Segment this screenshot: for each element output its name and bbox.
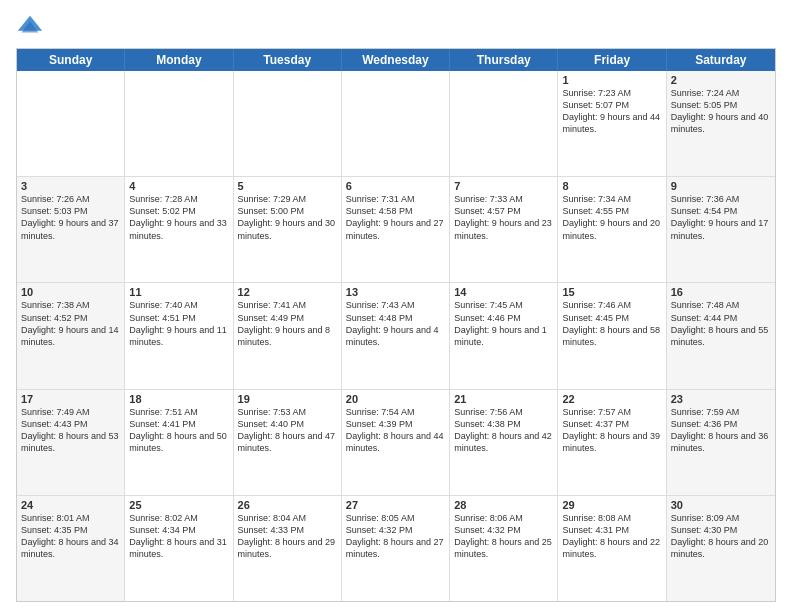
day-number: 5 xyxy=(238,180,337,192)
day-cell: 3Sunrise: 7:26 AM Sunset: 5:03 PM Daylig… xyxy=(17,177,125,282)
week-row-3: 10Sunrise: 7:38 AM Sunset: 4:52 PM Dayli… xyxy=(17,283,775,389)
header-cell-sunday: Sunday xyxy=(17,49,125,71)
day-info: Sunrise: 7:51 AM Sunset: 4:41 PM Dayligh… xyxy=(129,406,228,455)
day-info: Sunrise: 8:09 AM Sunset: 4:30 PM Dayligh… xyxy=(671,512,771,561)
day-number: 14 xyxy=(454,286,553,298)
week-row-5: 24Sunrise: 8:01 AM Sunset: 4:35 PM Dayli… xyxy=(17,496,775,601)
day-cell: 2Sunrise: 7:24 AM Sunset: 5:05 PM Daylig… xyxy=(667,71,775,176)
week-row-2: 3Sunrise: 7:26 AM Sunset: 5:03 PM Daylig… xyxy=(17,177,775,283)
day-info: Sunrise: 7:46 AM Sunset: 4:45 PM Dayligh… xyxy=(562,299,661,348)
day-number: 24 xyxy=(21,499,120,511)
day-number: 8 xyxy=(562,180,661,192)
day-cell: 5Sunrise: 7:29 AM Sunset: 5:00 PM Daylig… xyxy=(234,177,342,282)
week-row-4: 17Sunrise: 7:49 AM Sunset: 4:43 PM Dayli… xyxy=(17,390,775,496)
day-cell: 11Sunrise: 7:40 AM Sunset: 4:51 PM Dayli… xyxy=(125,283,233,388)
day-cell: 13Sunrise: 7:43 AM Sunset: 4:48 PM Dayli… xyxy=(342,283,450,388)
day-cell: 29Sunrise: 8:08 AM Sunset: 4:31 PM Dayli… xyxy=(558,496,666,601)
day-cell: 4Sunrise: 7:28 AM Sunset: 5:02 PM Daylig… xyxy=(125,177,233,282)
day-info: Sunrise: 7:23 AM Sunset: 5:07 PM Dayligh… xyxy=(562,87,661,136)
day-info: Sunrise: 8:08 AM Sunset: 4:31 PM Dayligh… xyxy=(562,512,661,561)
day-number: 30 xyxy=(671,499,771,511)
day-info: Sunrise: 7:49 AM Sunset: 4:43 PM Dayligh… xyxy=(21,406,120,455)
header-cell-friday: Friday xyxy=(558,49,666,71)
day-number: 9 xyxy=(671,180,771,192)
day-cell: 8Sunrise: 7:34 AM Sunset: 4:55 PM Daylig… xyxy=(558,177,666,282)
day-cell: 30Sunrise: 8:09 AM Sunset: 4:30 PM Dayli… xyxy=(667,496,775,601)
day-cell: 21Sunrise: 7:56 AM Sunset: 4:38 PM Dayli… xyxy=(450,390,558,495)
day-number: 12 xyxy=(238,286,337,298)
day-number: 28 xyxy=(454,499,553,511)
day-info: Sunrise: 7:28 AM Sunset: 5:02 PM Dayligh… xyxy=(129,193,228,242)
day-number: 19 xyxy=(238,393,337,405)
day-info: Sunrise: 7:31 AM Sunset: 4:58 PM Dayligh… xyxy=(346,193,445,242)
day-info: Sunrise: 7:48 AM Sunset: 4:44 PM Dayligh… xyxy=(671,299,771,348)
day-info: Sunrise: 7:43 AM Sunset: 4:48 PM Dayligh… xyxy=(346,299,445,348)
day-number: 1 xyxy=(562,74,661,86)
day-cell xyxy=(450,71,558,176)
day-cell: 16Sunrise: 7:48 AM Sunset: 4:44 PM Dayli… xyxy=(667,283,775,388)
day-cell: 1Sunrise: 7:23 AM Sunset: 5:07 PM Daylig… xyxy=(558,71,666,176)
header-cell-saturday: Saturday xyxy=(667,49,775,71)
header-cell-monday: Monday xyxy=(125,49,233,71)
day-cell: 22Sunrise: 7:57 AM Sunset: 4:37 PM Dayli… xyxy=(558,390,666,495)
day-info: Sunrise: 7:40 AM Sunset: 4:51 PM Dayligh… xyxy=(129,299,228,348)
day-number: 10 xyxy=(21,286,120,298)
day-info: Sunrise: 7:36 AM Sunset: 4:54 PM Dayligh… xyxy=(671,193,771,242)
day-cell xyxy=(234,71,342,176)
day-number: 21 xyxy=(454,393,553,405)
day-number: 7 xyxy=(454,180,553,192)
day-cell: 14Sunrise: 7:45 AM Sunset: 4:46 PM Dayli… xyxy=(450,283,558,388)
day-info: Sunrise: 8:04 AM Sunset: 4:33 PM Dayligh… xyxy=(238,512,337,561)
day-number: 22 xyxy=(562,393,661,405)
day-number: 6 xyxy=(346,180,445,192)
day-cell: 24Sunrise: 8:01 AM Sunset: 4:35 PM Dayli… xyxy=(17,496,125,601)
day-number: 2 xyxy=(671,74,771,86)
day-number: 11 xyxy=(129,286,228,298)
day-info: Sunrise: 7:33 AM Sunset: 4:57 PM Dayligh… xyxy=(454,193,553,242)
calendar-header: SundayMondayTuesdayWednesdayThursdayFrid… xyxy=(17,49,775,71)
day-number: 29 xyxy=(562,499,661,511)
page-header xyxy=(16,12,776,40)
day-info: Sunrise: 7:53 AM Sunset: 4:40 PM Dayligh… xyxy=(238,406,337,455)
day-cell xyxy=(125,71,233,176)
day-number: 15 xyxy=(562,286,661,298)
day-cell: 17Sunrise: 7:49 AM Sunset: 4:43 PM Dayli… xyxy=(17,390,125,495)
day-info: Sunrise: 7:54 AM Sunset: 4:39 PM Dayligh… xyxy=(346,406,445,455)
day-info: Sunrise: 7:34 AM Sunset: 4:55 PM Dayligh… xyxy=(562,193,661,242)
day-number: 4 xyxy=(129,180,228,192)
day-info: Sunrise: 7:29 AM Sunset: 5:00 PM Dayligh… xyxy=(238,193,337,242)
day-info: Sunrise: 8:06 AM Sunset: 4:32 PM Dayligh… xyxy=(454,512,553,561)
header-cell-thursday: Thursday xyxy=(450,49,558,71)
calendar: SundayMondayTuesdayWednesdayThursdayFrid… xyxy=(16,48,776,602)
day-info: Sunrise: 8:01 AM Sunset: 4:35 PM Dayligh… xyxy=(21,512,120,561)
header-cell-wednesday: Wednesday xyxy=(342,49,450,71)
day-number: 18 xyxy=(129,393,228,405)
day-info: Sunrise: 7:24 AM Sunset: 5:05 PM Dayligh… xyxy=(671,87,771,136)
day-cell: 12Sunrise: 7:41 AM Sunset: 4:49 PM Dayli… xyxy=(234,283,342,388)
day-info: Sunrise: 7:56 AM Sunset: 4:38 PM Dayligh… xyxy=(454,406,553,455)
day-info: Sunrise: 8:02 AM Sunset: 4:34 PM Dayligh… xyxy=(129,512,228,561)
day-number: 23 xyxy=(671,393,771,405)
day-cell: 18Sunrise: 7:51 AM Sunset: 4:41 PM Dayli… xyxy=(125,390,233,495)
day-cell: 6Sunrise: 7:31 AM Sunset: 4:58 PM Daylig… xyxy=(342,177,450,282)
day-cell: 20Sunrise: 7:54 AM Sunset: 4:39 PM Dayli… xyxy=(342,390,450,495)
header-cell-tuesday: Tuesday xyxy=(234,49,342,71)
day-cell: 10Sunrise: 7:38 AM Sunset: 4:52 PM Dayli… xyxy=(17,283,125,388)
day-cell xyxy=(342,71,450,176)
day-number: 17 xyxy=(21,393,120,405)
day-cell: 15Sunrise: 7:46 AM Sunset: 4:45 PM Dayli… xyxy=(558,283,666,388)
day-info: Sunrise: 7:59 AM Sunset: 4:36 PM Dayligh… xyxy=(671,406,771,455)
day-cell: 25Sunrise: 8:02 AM Sunset: 4:34 PM Dayli… xyxy=(125,496,233,601)
day-cell: 19Sunrise: 7:53 AM Sunset: 4:40 PM Dayli… xyxy=(234,390,342,495)
day-cell: 27Sunrise: 8:05 AM Sunset: 4:32 PM Dayli… xyxy=(342,496,450,601)
day-number: 16 xyxy=(671,286,771,298)
week-row-1: 1Sunrise: 7:23 AM Sunset: 5:07 PM Daylig… xyxy=(17,71,775,177)
day-cell: 7Sunrise: 7:33 AM Sunset: 4:57 PM Daylig… xyxy=(450,177,558,282)
day-cell: 9Sunrise: 7:36 AM Sunset: 4:54 PM Daylig… xyxy=(667,177,775,282)
day-cell: 26Sunrise: 8:04 AM Sunset: 4:33 PM Dayli… xyxy=(234,496,342,601)
day-info: Sunrise: 7:38 AM Sunset: 4:52 PM Dayligh… xyxy=(21,299,120,348)
day-number: 3 xyxy=(21,180,120,192)
calendar-body: 1Sunrise: 7:23 AM Sunset: 5:07 PM Daylig… xyxy=(17,71,775,601)
day-info: Sunrise: 8:05 AM Sunset: 4:32 PM Dayligh… xyxy=(346,512,445,561)
day-cell: 28Sunrise: 8:06 AM Sunset: 4:32 PM Dayli… xyxy=(450,496,558,601)
